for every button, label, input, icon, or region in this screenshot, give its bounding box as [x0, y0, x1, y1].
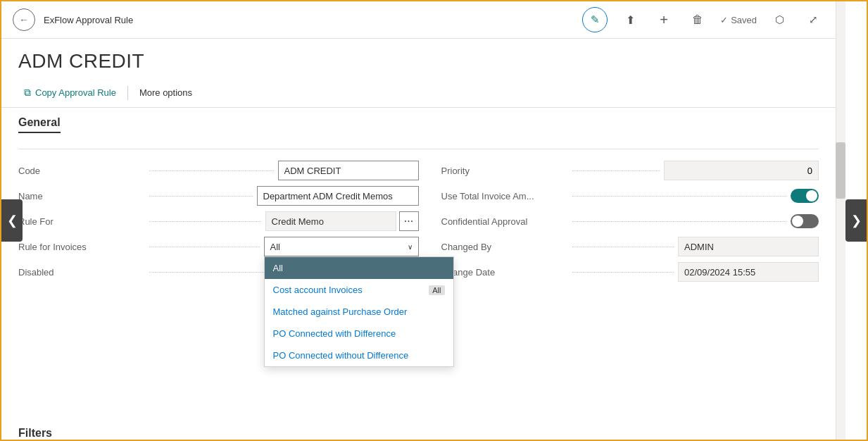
- delete-button[interactable]: 🗑: [686, 8, 709, 31]
- dropdown-option-all[interactable]: All: [265, 257, 453, 279]
- rule-for-invoices-dropdown-container: All ∨ All Cost account Invoices Al: [264, 237, 419, 256]
- fullscreen-button[interactable]: ⤢: [802, 8, 824, 31]
- form-left-col: Code Name Rule For: [18, 158, 419, 285]
- back-button[interactable]: ←: [13, 8, 35, 31]
- nav-arrow-left[interactable]: ❮: [1, 199, 23, 242]
- name-input[interactable]: [257, 186, 419, 206]
- trash-icon: 🗑: [692, 13, 703, 26]
- rule-for-container: ···: [265, 211, 419, 231]
- edit-button[interactable]: ✎: [582, 7, 608, 32]
- copy-approval-rule-button[interactable]: ⧉ Copy Approval Rule: [18, 84, 122, 101]
- use-total-label: Use Total Invoice Am...: [441, 191, 568, 201]
- saved-status: ✓ Saved: [720, 15, 757, 25]
- app-title: ExFlow Approval Rule: [44, 15, 574, 25]
- dropdown-option-cost-label: Cost account Invoices: [273, 285, 363, 295]
- form-right-col: Priority Use Total Invoice Am...: [419, 158, 819, 285]
- use-total-row: Use Total Invoice Am...: [441, 183, 819, 209]
- changed-by-input: [678, 237, 819, 256]
- code-input[interactable]: [278, 161, 419, 180]
- dropdown-option-po-no-diff[interactable]: PO Connected without Difference: [265, 344, 453, 366]
- open-external-button[interactable]: ⬡: [768, 8, 791, 31]
- back-icon: ←: [19, 14, 29, 25]
- rule-for-dotted: [149, 221, 261, 222]
- confidential-label: Confidential Approval: [441, 216, 568, 227]
- more-options-button[interactable]: More options: [134, 85, 198, 101]
- dropdown-option-all-label: All: [273, 263, 283, 273]
- priority-label: Priority: [441, 166, 568, 176]
- dropdown-selected-value: All: [270, 242, 280, 252]
- priority-input[interactable]: [664, 161, 819, 180]
- confidential-dotted: [572, 221, 787, 222]
- ellipsis-icon: ···: [404, 215, 413, 228]
- dropdown-option-matched[interactable]: Matched against Purchase Order: [265, 301, 453, 323]
- share-button[interactable]: ⬆: [619, 8, 641, 31]
- rule-for-label: Rule For: [18, 216, 145, 227]
- changed-by-label: Changed By: [441, 242, 568, 252]
- rule-for-invoices-dropdown[interactable]: All ∨: [264, 237, 419, 256]
- confidential-toggle-knob: [792, 216, 803, 227]
- confidential-row: Confidential Approval: [441, 209, 819, 234]
- form-grid: Code Name Rule For: [18, 158, 819, 285]
- disabled-label: Disabled: [18, 267, 145, 278]
- use-total-dotted: [572, 196, 787, 197]
- code-row: Code: [18, 158, 419, 183]
- dropdown-option-matched-label: Matched against Purchase Order: [273, 306, 408, 317]
- changed-by-dotted: [572, 247, 674, 247]
- filters-section-title: Filters: [18, 427, 52, 439]
- check-icon: ✓: [720, 15, 728, 25]
- name-dotted: [149, 196, 253, 197]
- code-label: Code: [18, 166, 145, 176]
- edit-icon: ✎: [591, 13, 600, 26]
- action-divider: [127, 86, 128, 100]
- action-bar: ⧉ Copy Approval Rule More options: [1, 78, 836, 108]
- copy-icon: ⧉: [24, 87, 31, 99]
- section-divider: [18, 149, 819, 149]
- all-badge: All: [429, 285, 444, 295]
- page-header: ADM CREDIT: [1, 39, 836, 78]
- change-date-label: Change Date: [441, 267, 568, 278]
- change-date-dotted: [572, 272, 674, 273]
- priority-row: Priority: [441, 158, 819, 183]
- dropdown-arrow-icon: ∨: [408, 243, 413, 251]
- dropdown-menu: All Cost account Invoices All Matched ag…: [264, 256, 454, 367]
- chevron-left-icon: ❮: [7, 213, 18, 228]
- filters-section: Filters: [1, 421, 836, 440]
- change-date-input: [678, 262, 819, 282]
- rule-for-invoices-dotted: [149, 247, 260, 247]
- use-total-toggle[interactable]: [791, 189, 819, 203]
- priority-dotted: [572, 170, 660, 171]
- rule-for-row: Rule For ···: [18, 209, 419, 234]
- rule-for-ellipsis-button[interactable]: ···: [399, 211, 419, 231]
- chevron-right-icon: ❯: [851, 213, 862, 228]
- dropdown-option-po-diff[interactable]: PO Connected with Difference: [265, 323, 453, 344]
- nav-arrow-right[interactable]: ❯: [845, 199, 867, 242]
- dropdown-option-po-diff-label: PO Connected with Difference: [273, 328, 396, 339]
- share-icon: ⬆: [626, 13, 635, 27]
- code-dotted: [149, 170, 274, 171]
- top-bar: ← ExFlow Approval Rule ✎ ⬆ + 🗑 ✓ Saved: [1, 1, 836, 39]
- open-external-icon: ⬡: [775, 13, 784, 26]
- use-total-toggle-knob: [806, 190, 817, 201]
- name-row: Name: [18, 183, 419, 209]
- general-section: General Code Name: [1, 108, 836, 421]
- dropdown-option-po-no-diff-label: PO Connected without Difference: [273, 350, 409, 361]
- dropdown-option-cost-account[interactable]: Cost account Invoices All: [265, 279, 453, 301]
- fullscreen-icon: ⤢: [809, 13, 818, 26]
- rule-for-invoices-label: Rule for Invoices: [18, 242, 145, 252]
- page-title: ADM CREDIT: [18, 50, 819, 73]
- top-toolbar: ✎ ⬆ + 🗑 ✓ Saved ⬡ ⤢: [582, 7, 824, 32]
- rule-for-invoices-row: Rule for Invoices All ∨ All: [18, 234, 419, 259]
- general-section-title: General: [18, 116, 61, 133]
- rule-for-input: [265, 211, 396, 231]
- changed-by-row: Changed By: [441, 234, 819, 259]
- scrollbar-thumb[interactable]: [836, 142, 845, 199]
- add-icon: +: [660, 12, 668, 28]
- name-label: Name: [18, 191, 145, 201]
- confidential-toggle[interactable]: [791, 214, 819, 228]
- change-date-row: Change Date: [441, 259, 819, 285]
- add-button[interactable]: +: [653, 8, 675, 31]
- scrollbar-track: [836, 1, 845, 440]
